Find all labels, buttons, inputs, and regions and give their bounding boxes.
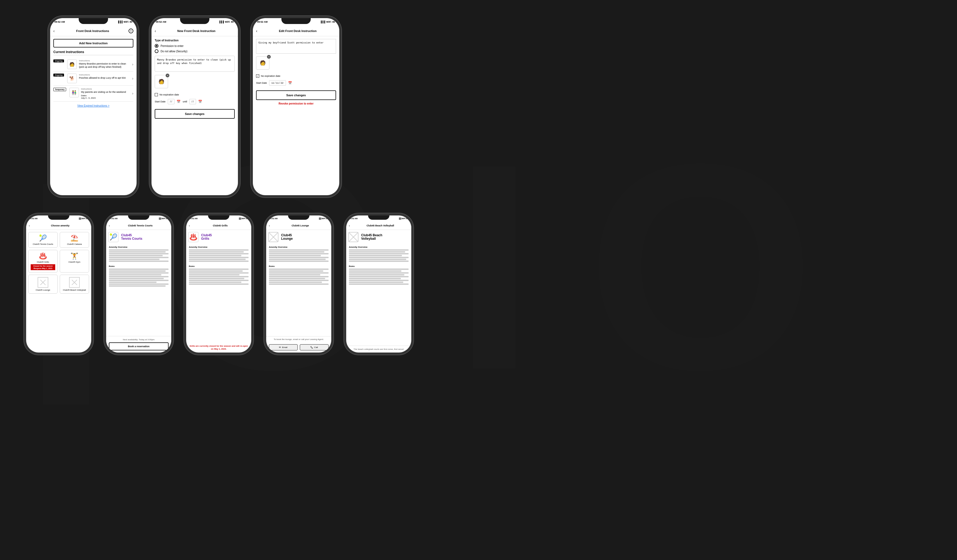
- status-icons: ▐▐ WiFi 80: [78, 218, 88, 219]
- notch: [368, 216, 389, 220]
- instruction-textarea[interactable]: Manny Brandoo permission to enter to cle…: [155, 56, 235, 72]
- instruction-text: Instructions Pooches allowed to drop Luc…: [79, 74, 131, 80]
- info-button[interactable]: i: [129, 28, 133, 33]
- no-expiration-label: No expiration date: [261, 75, 280, 77]
- amenity-card-tennis[interactable]: 🎾 Club45 Tennis Courts: [28, 232, 58, 248]
- overview-text: [269, 249, 328, 262]
- call-button[interactable]: 📞 Call: [300, 344, 328, 350]
- no-expiration-row[interactable]: No expiration date: [155, 93, 235, 96]
- grill-icon: ♨️: [190, 233, 197, 241]
- amenity-name: Club45 Cabana: [62, 243, 87, 245]
- phone-tennis: 09:52 AM ▐▐ WiFi 80 ‹ Club45 Tennis Cour…: [104, 213, 174, 355]
- remove-photo-button[interactable]: ✕: [267, 55, 271, 59]
- amenity-card-grills[interactable]: ♨️ Club45 Grills Closed for the seasonRe…: [28, 250, 58, 273]
- book-reservation-button[interactable]: Book a reservation: [109, 342, 169, 350]
- radio-circle[interactable]: [155, 49, 158, 53]
- notch: [208, 216, 229, 220]
- amenity-name: Club45 Lounge: [31, 289, 55, 291]
- date-row: Start Date 11 / 11 / 22 📅: [256, 80, 336, 85]
- radio-label: Do not allow (Security): [161, 50, 188, 53]
- notch: [288, 216, 310, 220]
- view-expired-link[interactable]: View Expired Instructions >: [53, 104, 133, 107]
- rules-text: [349, 268, 409, 285]
- photo-upload[interactable]: 🧑 ✕: [256, 56, 269, 69]
- no-expiration-checkbox[interactable]: [155, 93, 158, 96]
- screen-title: Club45 Lounge: [272, 224, 328, 227]
- no-expiration-checkbox[interactable]: ✓: [256, 74, 259, 77]
- back-button[interactable]: ‹: [269, 224, 270, 227]
- back-button[interactable]: ‹: [189, 224, 190, 227]
- overview-text: [109, 249, 169, 262]
- calendar-icon[interactable]: 📅: [177, 100, 180, 104]
- status-icons: ▐▐ WiFi 80: [238, 218, 248, 219]
- screen-title: Club45 Tennis Courts: [112, 224, 169, 227]
- rules-header: Rules: [349, 265, 409, 267]
- radio-circle[interactable]: [155, 44, 158, 48]
- amenity-card-lounge[interactable]: Club45 Lounge: [28, 274, 58, 293]
- instruction-item[interactable]: Ongoing 🧑 Instructions Manny Brandoo per…: [53, 57, 133, 71]
- instruction-item[interactable]: Ongoing 🐕 Instructions Pooches allowed t…: [53, 71, 133, 85]
- calendar-icon[interactable]: 📅: [288, 81, 292, 85]
- amenity-name: Club45 Grills: [31, 261, 55, 263]
- no-expiration-row[interactable]: ✓ No expiration date: [256, 74, 336, 77]
- amenity-logo: 🎾: [108, 232, 118, 242]
- people-icon: 👫: [69, 88, 79, 97]
- person-icon: 🧑: [260, 60, 266, 66]
- overview-header: Amenity Overview: [269, 246, 328, 248]
- rules-text: [269, 268, 328, 285]
- status-icons: ▐▐ WiFi 80: [158, 218, 168, 219]
- notch: [281, 18, 311, 24]
- closed-banner: Closed for the seasonReopens May 1, 2023: [31, 264, 55, 270]
- radio-permission[interactable]: Permission to enter: [155, 44, 235, 48]
- status-icons: ▐▐▐WiFi80: [219, 21, 234, 23]
- back-button[interactable]: ‹: [109, 224, 110, 227]
- closed-message: Grills are currently closed for the seas…: [186, 342, 251, 353]
- edit-textarea[interactable]: Giving my boyfriend Scott permission to …: [256, 39, 336, 54]
- back-button[interactable]: ‹: [29, 224, 30, 227]
- content-area: Giving my boyfriend Scott permission to …: [253, 36, 339, 195]
- radio-group: Permission to enter Do not allow (Securi…: [155, 44, 235, 53]
- screen-title: Front Desk Instructions: [57, 29, 129, 33]
- start-date-input[interactable]: / /: [168, 99, 175, 104]
- phone-front-desk: 09:52 AM ▐▐▐ WiFi 80 ‹ Front Desk Instru…: [48, 16, 139, 197]
- revoke-permission-link[interactable]: Revoke permission to enter: [256, 102, 336, 105]
- amenity-card-volleyball[interactable]: Club45 Beach Volleyball: [60, 274, 89, 293]
- back-button[interactable]: ‹: [256, 29, 257, 33]
- amenity-logo: [348, 232, 358, 242]
- badge-temporary: Temporary: [53, 88, 66, 91]
- rules-text: [189, 268, 249, 285]
- amenity-card-cabana[interactable]: ⛱️ Club45 Cabana: [60, 232, 89, 248]
- screen-title: Edit Front Desk Instruction: [259, 29, 336, 33]
- save-changes-button[interactable]: Save changes: [155, 109, 235, 119]
- nav-bar: ‹ Club45 Grills: [186, 221, 251, 230]
- amenity-title: Club45Lounge: [281, 233, 292, 241]
- status-time: 09:52 AM: [257, 21, 267, 23]
- contact-text: To book the lounge, email or call your L…: [266, 336, 331, 342]
- nav-bar: ‹ Club45 Lounge: [266, 221, 331, 230]
- email-button[interactable]: ✉ Email: [269, 344, 298, 350]
- contact-row: ✉ Email 📞 Call: [266, 342, 331, 353]
- add-instruction-button[interactable]: Add New Instruction: [53, 39, 133, 47]
- grill-icon: ♨️: [31, 252, 55, 260]
- notch: [48, 216, 69, 220]
- remove-photo-button[interactable]: ✕: [166, 74, 169, 77]
- start-date-input[interactable]: 11 / 11 / 22: [269, 80, 286, 85]
- nav-bar: ‹ Edit Front Desk Instruction: [253, 25, 339, 36]
- amenity-grid: 🎾 Club45 Tennis Courts ⛱️ Club45 Cabana …: [26, 230, 91, 296]
- type-label: Type of Instruction: [155, 39, 235, 42]
- footer-bar: Next availability: Today at 3:00pm Book …: [106, 336, 171, 353]
- back-button[interactable]: ‹: [349, 224, 350, 227]
- photo-upload[interactable]: 🧑 ✕: [155, 75, 168, 88]
- phone-grills: 09:52 AM ▐▐ WiFi 80 ‹ Club45 Grills ♨️ C…: [184, 213, 253, 355]
- instruction-item[interactable]: Temporary 👫 Instructions My parents are …: [53, 85, 133, 102]
- back-button[interactable]: ‹: [155, 29, 156, 33]
- radio-no-allow[interactable]: Do not allow (Security): [155, 49, 235, 53]
- calendar-icon[interactable]: 📅: [198, 100, 202, 104]
- amenity-logo: [268, 232, 278, 242]
- overview-header: Amenity Overview: [349, 246, 409, 248]
- amenity-card-gym[interactable]: 🏋️ Club45 Gym: [60, 250, 89, 273]
- rules-header: Rules: [109, 265, 169, 267]
- end-date-input[interactable]: / /: [190, 99, 196, 104]
- back-button[interactable]: ‹: [53, 29, 55, 33]
- save-changes-button[interactable]: Save changes: [256, 90, 336, 100]
